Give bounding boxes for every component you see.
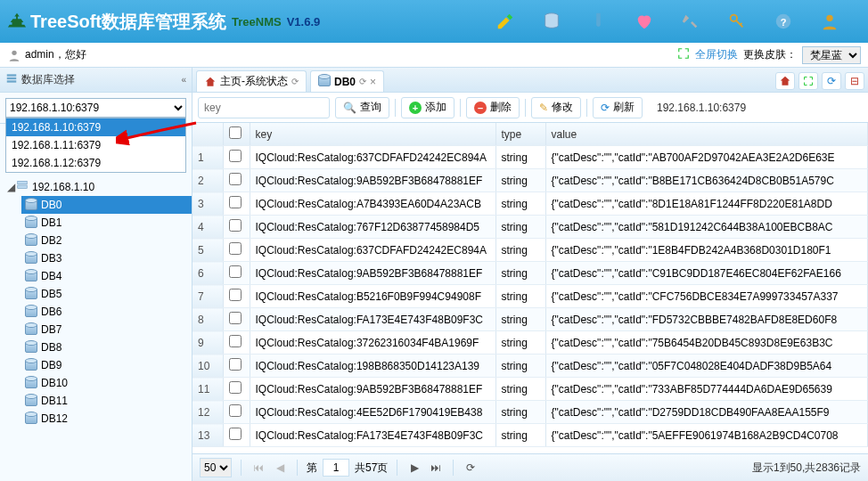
table-row[interactable]: 3IQCloud:ResCatalog:A7B4393EA60D4A23ACBs… <box>192 192 868 216</box>
add-button[interactable]: +添加 <box>401 97 454 118</box>
row-checkbox[interactable] <box>229 265 242 278</box>
tool-help-icon[interactable]: ? <box>768 6 798 37</box>
table-row[interactable]: 10IQCloud:ResCatalog:198B868350D14123A13… <box>192 355 868 378</box>
row-checkbox-cell <box>223 262 250 285</box>
page-total: 共57页 <box>355 461 388 476</box>
tab-close-icon[interactable]: × <box>370 76 376 88</box>
tree-db-node[interactable]: DB4 <box>21 267 192 285</box>
table-row[interactable]: 7IQCloud:ResCatalog:B5216F0B9F994C94908F… <box>192 285 868 308</box>
table-row[interactable]: 11IQCloud:ResCatalog:9AB592BF3B68478881E… <box>192 378 868 401</box>
next-page-icon[interactable]: ▶ <box>406 461 422 474</box>
first-page-icon[interactable]: ⏮ <box>250 461 266 474</box>
fullscreen-icon[interactable] <box>677 47 690 62</box>
svg-rect-10 <box>18 185 28 189</box>
tool-key-icon[interactable] <box>722 6 752 37</box>
search-input[interactable] <box>198 97 330 118</box>
table-row[interactable]: 1IQCloud:ResCatalog:637CDFAFD24242EC894A… <box>192 146 868 169</box>
cell-key: IQCloud:ResCatalog:637CDFAFD24242EC894A <box>250 239 495 262</box>
row-checkbox[interactable] <box>229 312 242 324</box>
tabtool-refresh-icon[interactable]: ⟳ <box>822 72 841 90</box>
tree-db-node[interactable]: DB10 <box>21 374 192 392</box>
tab-home[interactable]: 主页-系统状态 ⟳ <box>196 70 307 92</box>
tree-db-node[interactable]: DB7 <box>21 321 192 338</box>
pager: 50 ⏮ ◀ 第 共57页 ▶ ⏭ ⟳ 显示1到50,共2836记录 <box>192 454 868 481</box>
row-checkbox[interactable] <box>229 196 242 208</box>
refresh-label: 刷新 <box>613 100 635 115</box>
tree-db-node[interactable]: DB12 <box>21 410 192 428</box>
last-page-icon[interactable]: ⏭ <box>428 461 444 474</box>
table-row[interactable]: 12IQCloud:ResCatalog:4EE52D6F1790419EB43… <box>192 401 868 424</box>
tree-db-node[interactable]: DB5 <box>21 285 192 303</box>
delete-button[interactable]: –删除 <box>466 97 520 118</box>
cell-key: IQCloud:ResCatalog:37262316034F4BA1969F <box>250 331 495 355</box>
tree-db-node[interactable]: DB0 <box>21 196 192 214</box>
tool-settings-icon[interactable] <box>676 6 706 37</box>
row-checkbox[interactable] <box>229 381 242 394</box>
tool-edit-icon[interactable] <box>490 6 520 37</box>
table-row[interactable]: 2IQCloud:ResCatalog:9AB592BF3B68478881EF… <box>192 169 868 192</box>
tree-db-node[interactable]: DB9 <box>21 356 192 374</box>
collapse-icon[interactable]: « <box>181 75 186 85</box>
refresh-button[interactable]: ⟳刷新 <box>593 97 643 118</box>
dropdown-option[interactable]: 192.168.1.10:6379 <box>6 118 185 136</box>
tabtool-close-icon[interactable]: ⊟ <box>845 72 864 90</box>
fullscreen-link[interactable]: 全屏切换 <box>695 47 738 62</box>
tool-tag-icon[interactable] <box>583 6 613 37</box>
row-checkbox[interactable] <box>229 150 242 162</box>
connection-select[interactable]: 192.168.1.10:6379 <box>5 98 186 118</box>
row-index: 9 <box>192 331 223 355</box>
col-value[interactable]: value <box>545 123 868 146</box>
row-checkbox-cell <box>223 192 250 216</box>
select-all-checkbox[interactable] <box>229 126 242 139</box>
table-row[interactable]: 9IQCloud:ResCatalog:37262316034F4BA1969F… <box>192 331 868 355</box>
tree-db-node[interactable]: DB6 <box>21 303 192 321</box>
table-row[interactable]: 6IQCloud:ResCatalog:9AB592BF3B68478881EF… <box>192 262 868 285</box>
tree-db-node[interactable]: DB8 <box>21 338 192 356</box>
tree-db-node[interactable]: DB3 <box>21 249 192 267</box>
skin-label: 更换皮肤： <box>743 47 797 62</box>
row-checkbox[interactable] <box>229 404 242 417</box>
row-checkbox[interactable] <box>229 428 242 440</box>
edit-button[interactable]: ✎修改 <box>531 97 581 118</box>
tree-db-node[interactable]: DB11 <box>21 392 192 410</box>
search-icon: 🔍 <box>343 102 356 114</box>
prev-page-icon[interactable]: ◀ <box>272 461 288 474</box>
tabtool-fullscreen-icon[interactable] <box>798 72 818 90</box>
db-icon <box>25 395 37 406</box>
table-row[interactable]: 8IQCloud:ResCatalog:FA173E4E743F48B09F3C… <box>192 308 868 331</box>
table-row[interactable]: 5IQCloud:ResCatalog:637CDFAFD24242EC894A… <box>192 239 868 262</box>
row-checkbox[interactable] <box>229 242 242 255</box>
page-input[interactable] <box>323 459 349 477</box>
dropdown-option[interactable]: 192.168.1.11:6379 <box>6 136 185 154</box>
skin-select[interactable]: 梵星蓝 <box>802 46 861 64</box>
tab-refresh-icon[interactable]: ⟳ <box>359 77 366 86</box>
row-checkbox[interactable] <box>229 219 242 232</box>
row-checkbox[interactable] <box>229 335 242 347</box>
row-checkbox[interactable] <box>229 173 242 185</box>
reload-page-icon[interactable]: ⟳ <box>463 461 479 474</box>
tree-db-node[interactable]: DB2 <box>21 232 192 249</box>
row-checkbox[interactable] <box>229 358 242 371</box>
col-key[interactable]: key <box>250 123 495 146</box>
tab-refresh-icon[interactable]: ⟳ <box>291 77 299 86</box>
row-checkbox-cell <box>223 169 250 192</box>
table-row[interactable]: 4IQCloud:ResCatalog:767F12D63877458984D5… <box>192 216 868 239</box>
minus-icon: – <box>474 102 487 114</box>
query-button[interactable]: 🔍查询 <box>335 97 389 118</box>
add-label: 添加 <box>425 100 446 115</box>
tool-user-icon[interactable] <box>815 6 845 37</box>
table-row[interactable]: 13IQCloud:ResCatalog:FA173E4E743F48B09F3… <box>192 424 868 447</box>
tree-root-node[interactable]: ◢ 192.168.1.10 <box>0 177 192 196</box>
page-size-select[interactable]: 50 <box>200 458 232 477</box>
tree-expand-icon[interactable]: ◢ <box>5 181 16 193</box>
tree-db-node[interactable]: DB1 <box>21 214 192 232</box>
separator <box>395 99 396 117</box>
tool-database-icon[interactable] <box>536 6 567 37</box>
col-type[interactable]: type <box>495 123 545 146</box>
tabtool-home-icon[interactable] <box>775 72 795 90</box>
cell-type: string <box>495 331 545 355</box>
dropdown-option[interactable]: 192.168.1.12:6379 <box>6 154 185 172</box>
row-checkbox[interactable] <box>229 289 242 301</box>
tool-heart-icon[interactable] <box>629 6 659 37</box>
tab-db0[interactable]: DB0 ⟳ × <box>310 70 384 92</box>
